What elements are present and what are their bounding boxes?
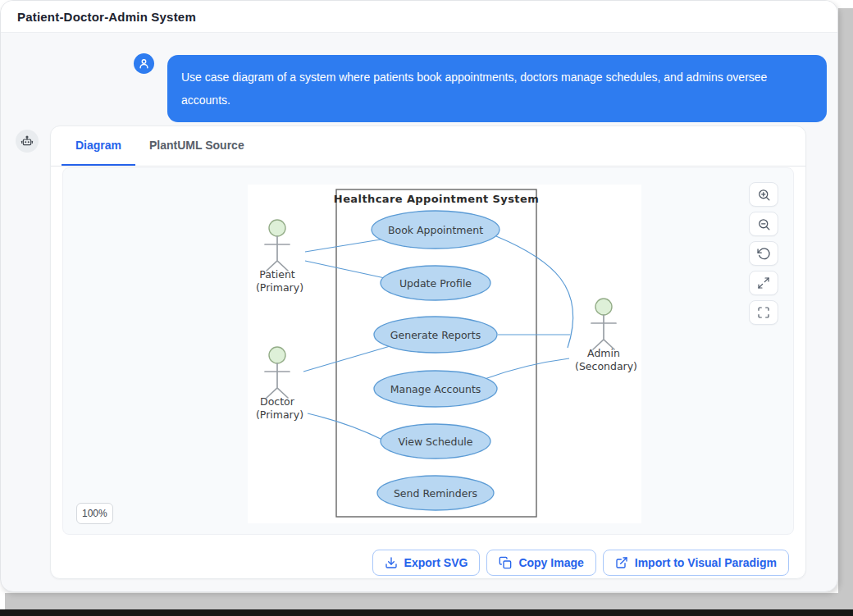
svg-text:Manage Accounts: Manage Accounts (390, 383, 481, 395)
usecase-send-reminders: Send Reminders (377, 476, 494, 510)
actor-admin: Admin(Secondary) (575, 299, 637, 372)
svg-text:Doctor: Doctor (260, 395, 295, 408)
user-icon (138, 57, 150, 70)
svg-text:Generate Reports: Generate Reports (390, 329, 481, 341)
actor-patient: Patient(Primary) (256, 220, 303, 294)
zoom-in-button[interactable] (749, 182, 778, 207)
titlebar: Patient-Doctor-Admin System (1, 1, 837, 33)
usecase-generate-reports: Generate Reports (374, 317, 497, 353)
window-shadow-bottom (5, 593, 853, 610)
svg-text:(Secondary): (Secondary) (575, 360, 637, 372)
reset-view-button[interactable] (749, 241, 778, 266)
zoom-in-icon (757, 188, 771, 202)
export-svg-label: Export SVG (404, 556, 468, 569)
screenshot-stage: Patient-Doctor-Admin System Use case dia… (0, 0, 853, 616)
window-shadow-right (838, 8, 853, 610)
download-icon (385, 556, 398, 569)
actor-doctor: Doctor(Primary) (256, 347, 303, 421)
user-avatar (134, 53, 154, 74)
usecase-view-schedule: View Schedule (381, 424, 490, 459)
usecase-manage-accounts: Manage Accounts (374, 371, 497, 407)
zoom-toolbar (749, 182, 778, 325)
tab-diagram[interactable]: Diagram (62, 126, 135, 166)
svg-text:Update Profile: Update Profile (399, 277, 472, 290)
expand-button[interactable] (749, 271, 778, 295)
page-title: Patient-Doctor-Admin System (17, 10, 196, 24)
tab-bar: Diagram PlantUML Source (51, 126, 805, 167)
chat-message-bubble: Use case diagram of a system where patie… (167, 55, 827, 122)
zoom-out-button[interactable] (749, 212, 778, 236)
svg-text:Healthcare Appointment System: Healthcare Appointment System (334, 193, 539, 205)
copy-image-label: Copy Image (518, 556, 583, 569)
zoom-level-badge: 100% (76, 503, 113, 524)
svg-text:Book Appointment: Book Appointment (388, 224, 483, 236)
app-window: Patient-Doctor-Admin System Use case dia… (0, 0, 838, 592)
usecase-diagram: Healthcare Appointment SystemBook Appoin… (248, 185, 641, 523)
usecase-book-appointment: Book Appointment (372, 211, 499, 249)
usecase-update-profile: Update Profile (381, 266, 490, 300)
copy-icon (499, 556, 512, 569)
screen-edge (0, 609, 853, 616)
svg-text:Patient: Patient (259, 268, 295, 281)
svg-text:(Primary): (Primary) (256, 408, 303, 421)
external-link-icon (615, 556, 628, 569)
bot-avatar (16, 130, 39, 153)
svg-text:View Schedule: View Schedule (398, 436, 472, 448)
reset-view-icon (757, 247, 771, 261)
diagram-canvas[interactable]: Healthcare Appointment SystemBook Appoin… (248, 185, 641, 523)
zoom-out-icon (757, 217, 771, 231)
tab-plantuml-source[interactable]: PlantUML Source (135, 126, 258, 166)
import-visual-paradigm-label: Import to Visual Paradigm (635, 556, 777, 569)
svg-text:(Primary): (Primary) (256, 281, 303, 294)
export-svg-button[interactable]: Export SVG (372, 550, 481, 576)
svg-text:Send Reminders: Send Reminders (394, 487, 477, 500)
fullscreen-button[interactable] (749, 300, 778, 325)
fullscreen-icon (757, 306, 770, 319)
diagram-viewport[interactable]: Healthcare Appointment SystemBook Appoin… (62, 167, 794, 535)
robot-icon (21, 135, 34, 148)
diagram-panel: Diagram PlantUML Source Healthcare Appoi… (50, 125, 806, 579)
import-visual-paradigm-button[interactable]: Import to Visual Paradigm (603, 550, 789, 576)
expand-icon (757, 276, 770, 290)
action-bar: Export SVG Copy Image Import to Visual P… (372, 550, 789, 576)
svg-text:Admin: Admin (587, 347, 620, 359)
copy-image-button[interactable]: Copy Image (486, 550, 595, 576)
